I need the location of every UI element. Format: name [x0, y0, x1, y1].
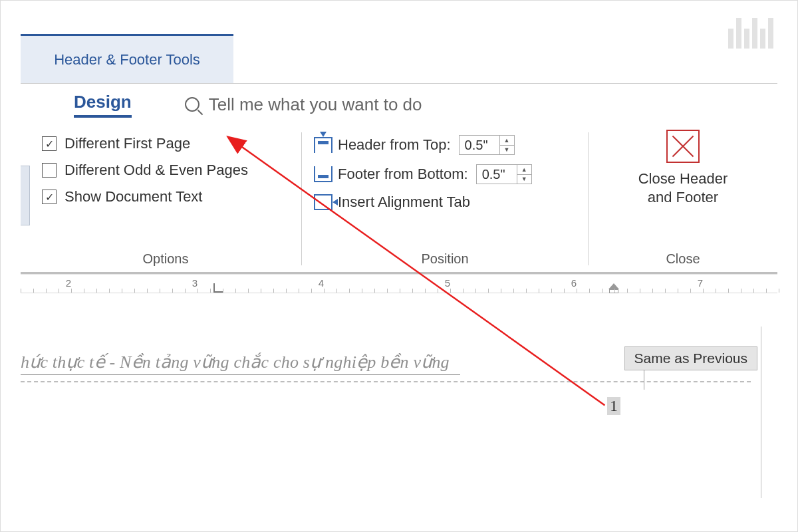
search-icon	[185, 97, 200, 112]
ruler-tick	[564, 289, 565, 293]
ruler-tick	[779, 289, 779, 293]
ruler-tick	[450, 289, 451, 293]
ruler-tick	[716, 289, 716, 293]
checkbox-label: Different First Page	[65, 135, 190, 152]
footer-from-bottom-icon	[314, 166, 332, 182]
ruler-tick	[501, 289, 501, 293]
ruler-number: 7	[698, 277, 703, 289]
page-number-field[interactable]: 1	[607, 397, 620, 415]
insert-alignment-tab-icon	[314, 194, 332, 210]
ruler-tick	[286, 289, 287, 293]
indent-marker[interactable]	[606, 283, 622, 294]
ruler-tick	[147, 289, 148, 293]
ruler-tick	[488, 289, 489, 293]
ribbon-tabs-row: Design Tell me what you want to do	[21, 83, 777, 126]
ruler-tick	[324, 289, 325, 293]
ruler-number: 3	[192, 277, 198, 289]
ruler-tick	[336, 289, 337, 293]
ruler-tick	[690, 289, 691, 293]
ruler-tick	[627, 289, 628, 293]
close-button-label-line1: Close Header	[638, 170, 728, 188]
ruler-tick	[299, 289, 299, 293]
ruler-tick	[551, 289, 552, 293]
ruler-tick	[84, 289, 84, 293]
ruler-tick	[640, 289, 640, 293]
ruler-tick	[185, 289, 186, 293]
contextual-tab-label: Header & Footer Tools	[54, 51, 200, 68]
ruler-tick	[248, 289, 249, 293]
ruler-tick	[665, 289, 666, 293]
ruler-tick	[412, 289, 413, 293]
ruler-tick	[425, 289, 426, 293]
checkbox-different-first-page[interactable]: Different First Page	[42, 135, 289, 152]
spinner-buttons[interactable]: ▲▼	[517, 165, 531, 184]
ruler-tick	[753, 289, 754, 293]
ruler-tick	[741, 289, 741, 293]
checkbox-different-odd-even[interactable]: Different Odd & Even Pages	[42, 162, 289, 179]
footer-from-bottom-value[interactable]: 0.5"	[477, 165, 517, 184]
ruler-tick	[539, 289, 539, 293]
header-from-top-value[interactable]: 0.5"	[460, 136, 499, 154]
ruler-tick	[223, 289, 223, 293]
ruler-tick	[614, 289, 615, 293]
corner-watermark	[728, 18, 773, 49]
header-boundary-dashed	[21, 381, 751, 382]
group-label-position: Position	[314, 251, 576, 267]
contextual-tab-header-footer-tools[interactable]: Header & Footer Tools	[21, 34, 233, 83]
horizontal-ruler[interactable]: 2 3 4 5 6 7	[21, 275, 777, 293]
ruler-number: 6	[571, 277, 577, 289]
checkbox-show-document-text[interactable]: Show Document Text	[42, 188, 289, 205]
app-viewport: Header & Footer Tools Design Tell me wha…	[21, 34, 777, 498]
ruler-tick	[46, 289, 47, 293]
ruler-tick	[59, 289, 59, 293]
ruler-tick	[577, 289, 577, 293]
header-from-top-spinner[interactable]: 0.5" ▲▼	[459, 135, 515, 155]
group-label-close: Close	[666, 251, 700, 267]
window-frame: Header & Footer Tools Design Tell me wha…	[0, 0, 798, 532]
truncated-group-left[interactable]	[21, 166, 30, 225]
ruler-tick	[728, 289, 729, 293]
header-from-top-control[interactable]: Header from Top: 0.5" ▲▼	[314, 135, 576, 155]
ruler-tick	[475, 289, 476, 293]
footer-from-bottom-spinner[interactable]: 0.5" ▲▼	[476, 164, 532, 184]
ruler-tick	[21, 289, 21, 293]
ruler-tick	[374, 289, 375, 293]
ruler-tick	[652, 289, 653, 293]
ruler-number: 5	[445, 277, 450, 289]
tab-design[interactable]: Design	[74, 92, 132, 118]
close-header-footer-button[interactable]: Close Header and Footer	[638, 130, 728, 206]
ruler-tick	[198, 289, 198, 293]
ribbon-group-position: Header from Top: 0.5" ▲▼ Footer from Bot…	[302, 126, 588, 272]
ruler-tick	[33, 289, 34, 293]
ribbon-body: Different First Page Different Odd & Eve…	[21, 126, 777, 272]
ruler-tick	[122, 289, 122, 293]
group-label-options: Options	[42, 251, 289, 267]
ruler-tick	[463, 289, 464, 293]
ruler-tick	[160, 289, 160, 293]
ruler-tick	[526, 289, 527, 293]
same-as-previous-tag[interactable]: Same as Previous	[624, 346, 757, 370]
checkbox-label: Show Document Text	[65, 188, 202, 205]
ruler-tick	[134, 289, 135, 293]
ribbon-group-options: Different First Page Different Odd & Eve…	[30, 126, 301, 272]
document-header-text[interactable]: hức thực tế - Nền tảng vững chắc cho sự …	[21, 352, 460, 375]
checkbox-icon	[42, 190, 57, 204]
ruler-tick	[362, 289, 362, 293]
tell-me-placeholder: Tell me what you want to do	[209, 94, 422, 115]
close-button-label-line2: and Footer	[638, 188, 728, 207]
footer-from-bottom-control[interactable]: Footer from Bottom: 0.5" ▲▼	[314, 164, 576, 184]
insert-alignment-tab-button[interactable]: Insert Alignment Tab	[314, 194, 576, 211]
document-area[interactable]: hức thực tế - Nền tảng vững chắc cho sự …	[21, 295, 777, 498]
ruler-number: 2	[66, 277, 71, 289]
tell-me-search[interactable]: Tell me what you want to do	[185, 94, 422, 115]
ruler-tick	[349, 289, 350, 293]
ruler-tick	[235, 289, 236, 293]
checkbox-icon	[42, 136, 57, 151]
ribbon-group-close: Close Header and Footer Close	[589, 126, 777, 272]
ruler-tick	[703, 289, 704, 293]
spinner-buttons[interactable]: ▲▼	[499, 136, 514, 154]
ruler-tick	[438, 289, 438, 293]
ruler-tick	[109, 289, 110, 293]
tab-stop-marker[interactable]	[213, 283, 223, 293]
header-from-top-icon	[314, 137, 332, 153]
